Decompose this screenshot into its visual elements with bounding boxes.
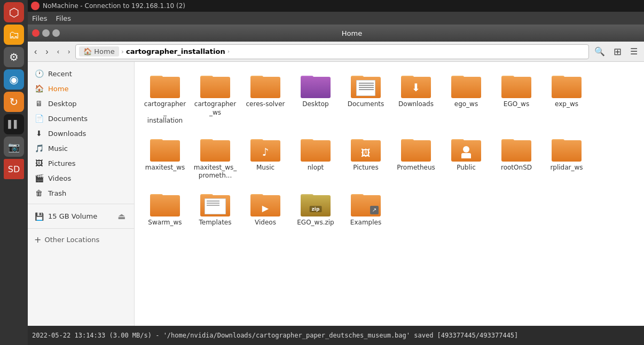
list-item[interactable]: ↗ Examples xyxy=(342,187,390,231)
menu-files-1[interactable]: Files xyxy=(32,14,48,22)
list-item[interactable]: Prometheus xyxy=(392,132,440,184)
sidebar-downloads-label: Downloads xyxy=(48,130,86,138)
breadcrumb-home[interactable]: 🏠 Home xyxy=(79,46,119,57)
folder-icon-desktop xyxy=(301,73,331,98)
list-item[interactable]: maxitest_ws xyxy=(141,132,189,184)
sidebar-trash-label: Trash xyxy=(48,189,66,197)
list-item[interactable]: cartographer_ws xyxy=(191,68,239,130)
list-item[interactable]: Public xyxy=(442,132,490,184)
folder-icon-downloads: ⬇ xyxy=(401,73,431,98)
statusbar: 2022-05-22 13:14:33 (3.00 MB/s) - '/home… xyxy=(28,326,644,345)
sidebar-item-videos[interactable]: 🎬 Videos xyxy=(28,171,134,186)
list-item[interactable]: Documents xyxy=(342,68,390,130)
folder-icon-examples: ↗ xyxy=(351,191,381,216)
back-button[interactable]: ‹ xyxy=(31,45,40,59)
list-item[interactable]: ⬇ Downloads xyxy=(392,68,440,130)
sidebar-item-desktop[interactable]: 🖥 Desktop xyxy=(28,96,134,111)
up-button[interactable]: ‹ xyxy=(54,45,62,58)
folder-icon xyxy=(451,73,481,98)
sidebar-item-trash[interactable]: 🗑 Trash xyxy=(28,186,134,200)
list-item[interactable]: ego_ws xyxy=(442,68,490,130)
sidebar: 🕐 Recent 🏠 Home 🖥 Desktop 📄 Documents xyxy=(28,62,135,326)
home-sidebar-icon: 🏠 xyxy=(34,84,44,93)
downloads-icon: ⬇ xyxy=(34,129,44,138)
settings-icon[interactable]: ⚙ xyxy=(4,47,24,67)
forward-button[interactable]: › xyxy=(42,45,51,59)
folder-icon-pictures: 🖼 xyxy=(351,136,381,162)
list-item[interactable]: Swarm_ws xyxy=(141,187,189,231)
file-name: exp_ws xyxy=(555,100,578,109)
file-name: Public xyxy=(457,164,476,172)
list-item[interactable]: EGO_ws xyxy=(492,68,540,130)
sidebar-other-locations-label: Other Locations xyxy=(44,236,99,244)
folder-icon xyxy=(501,136,531,162)
file-grid: cartographer_installation cartographer_w… xyxy=(135,62,644,326)
app-menubar: Files Files xyxy=(28,12,644,25)
window-close-button[interactable] xyxy=(32,29,40,37)
volume-icon: 💾 xyxy=(34,212,44,221)
terminal-icon[interactable]: ▌▌ xyxy=(4,114,24,134)
list-item[interactable]: exp_ws xyxy=(543,68,591,130)
search-button[interactable]: 🔍 xyxy=(591,44,608,59)
folder-icon xyxy=(150,136,180,162)
breadcrumb-sub-item[interactable]: cartographer_installation xyxy=(126,47,225,55)
breadcrumb-end-arrow: › xyxy=(227,48,230,55)
sidebar-item-recent[interactable]: 🕐 Recent xyxy=(28,66,134,81)
folder-icon xyxy=(150,73,180,98)
sidebar-videos-label: Videos xyxy=(48,174,71,182)
view-button[interactable]: ⊞ xyxy=(610,44,625,60)
file-name: rootOnSD xyxy=(501,164,532,172)
folder-icon-templates xyxy=(200,191,230,216)
file-name: EGO_ws.zip xyxy=(297,219,334,227)
sidebar-item-volume[interactable]: 💾 15 GB Volume ⏏ xyxy=(28,207,134,225)
sidebar-item-music[interactable]: 🎵 Music xyxy=(28,141,134,156)
list-item[interactable]: Desktop xyxy=(292,68,340,130)
browser-icon[interactable]: ◉ xyxy=(4,69,24,90)
list-item[interactable]: cartographer_installation xyxy=(141,68,189,130)
folder-icon xyxy=(301,136,331,162)
updates-icon[interactable]: ↻ xyxy=(4,92,24,112)
pictures-icon: 🖼 xyxy=(34,158,44,168)
list-item[interactable]: nlopt xyxy=(292,132,340,184)
window-titlebar: Home xyxy=(28,25,644,42)
file-name: Prometheus xyxy=(397,164,435,172)
folder-icon-videos: ▶ xyxy=(250,191,280,216)
sidebar-item-downloads[interactable]: ⬇ Downloads xyxy=(28,126,134,141)
sidebar-item-pictures[interactable]: 🖼 Pictures xyxy=(28,156,134,171)
down-button[interactable]: › xyxy=(65,45,73,58)
left-dock: ⬡ 🗂 ⚙ ◉ ↻ ▌▌ 📷 SD xyxy=(0,0,28,345)
list-item[interactable]: ♪ Music xyxy=(241,132,289,184)
list-item[interactable]: ceres-solver xyxy=(241,68,289,130)
list-item[interactable]: Templates xyxy=(191,187,239,231)
file-name: Documents xyxy=(348,100,384,109)
list-item[interactable]: rplidar_ws xyxy=(543,132,591,184)
list-item[interactable]: 🖼 Pictures xyxy=(342,132,390,184)
documents-icon: 📄 xyxy=(34,114,44,123)
eject-button[interactable]: ⏏ xyxy=(115,210,128,222)
file-name: maxitest_ws xyxy=(145,164,185,172)
folder-icon-documents xyxy=(351,73,381,98)
app-icon xyxy=(31,2,40,10)
list-item[interactable]: rootOnSD xyxy=(492,132,540,184)
list-item[interactable]: ▶ Videos xyxy=(241,187,289,231)
menu-button[interactable]: ☰ xyxy=(627,44,641,59)
window-minimize-button[interactable] xyxy=(42,29,50,37)
add-icon: + xyxy=(34,235,41,245)
toolbar-right: 🔍 ⊞ ☰ xyxy=(591,44,641,60)
sidebar-add-button[interactable]: + Other Locations xyxy=(28,232,134,247)
menu-files-2[interactable]: Files xyxy=(56,14,72,22)
ubuntu-icon[interactable]: ⬡ xyxy=(4,2,24,22)
sd-icon[interactable]: SD xyxy=(4,159,24,179)
file-name: cartographer_installation xyxy=(143,100,187,125)
file-name: cartographer_ws xyxy=(193,100,237,117)
window-maximize-button[interactable] xyxy=(52,29,60,37)
file-name: Music xyxy=(256,164,274,172)
list-item[interactable]: maxitest_ws_prometh... xyxy=(191,132,239,184)
camera-icon[interactable]: 📷 xyxy=(4,137,24,157)
sidebar-item-home[interactable]: 🏠 Home xyxy=(28,81,134,96)
sidebar-item-documents[interactable]: 📄 Documents xyxy=(28,111,134,126)
folder-icon xyxy=(552,73,582,98)
files-icon[interactable]: 🗂 xyxy=(4,25,24,45)
file-name: Videos xyxy=(255,219,276,227)
list-item[interactable]: zip EGO_ws.zip xyxy=(292,187,340,231)
